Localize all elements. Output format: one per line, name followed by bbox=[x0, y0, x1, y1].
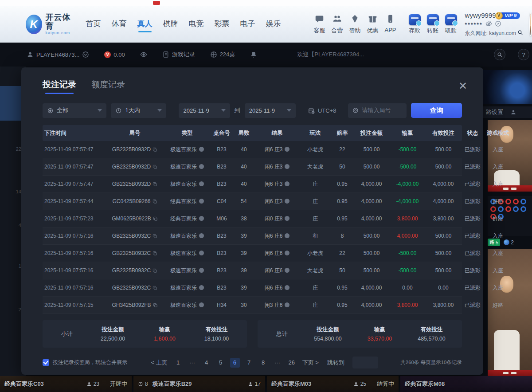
nav-item-5[interactable]: 彩票 bbox=[214, 16, 231, 33]
range-dropdown[interactable]: 1天内 bbox=[111, 103, 166, 118]
table-row[interactable]: 2025-11-09 07:57:16 GB2325B0932C 极速百家乐 B… bbox=[43, 227, 462, 245]
table-row[interactable]: 2025-11-09 07:57:16 GB2325B0932C 极速百家乐 B… bbox=[43, 262, 462, 279]
site-logo[interactable]: K 开云体育 kaiyun.com bbox=[26, 13, 74, 35]
page-list: 1···45678···26 bbox=[173, 358, 297, 368]
copy-icon[interactable] bbox=[153, 147, 157, 152]
copy-icon[interactable] bbox=[153, 199, 157, 204]
cell-round: GB2325B0932C bbox=[106, 250, 164, 256]
cell-type: 经典百家乐 bbox=[164, 198, 210, 205]
page-button-26[interactable]: 26 bbox=[287, 358, 297, 368]
copy-icon[interactable] bbox=[153, 268, 157, 273]
cell-games: 30 bbox=[233, 302, 254, 308]
table-row[interactable]: 2025-11-09 07:57:47 GB2325B0932D 极速百家乐 B… bbox=[43, 158, 462, 176]
person-icon bbox=[248, 381, 253, 387]
table-row[interactable]: 2025-11-09 07:57:47 GB2325B0932D 极速百家乐 B… bbox=[43, 141, 462, 158]
nav-item-1[interactable]: 体育 bbox=[111, 16, 128, 33]
date-from-dropdown[interactable]: 2025-11-9 bbox=[179, 103, 230, 118]
modal-tabs: 投注记录 额度记录 ✕ bbox=[21, 67, 483, 95]
next-page-button[interactable]: 下页 > bbox=[301, 358, 320, 368]
notifications[interactable] bbox=[250, 51, 257, 58]
quick-link-1[interactable]: 合营 bbox=[332, 14, 343, 35]
refresh-icon[interactable] bbox=[495, 20, 501, 29]
prev-page-button[interactable]: < 上页 bbox=[149, 358, 168, 368]
result-icon bbox=[285, 268, 289, 273]
nav-item-0[interactable]: 首页 bbox=[85, 16, 102, 33]
tab-quota-records[interactable]: 额度记录 bbox=[91, 79, 125, 95]
wallet-action-2[interactable]: 取款 bbox=[445, 14, 457, 35]
table-row[interactable]: 2025-11-09 07:57:16 GB2325B0932C 极速百家乐 B… bbox=[43, 279, 462, 297]
sidebar-active-item[interactable] bbox=[0, 86, 23, 121]
video-thumbnail[interactable] bbox=[483, 70, 532, 104]
page-button-···[interactable]: ··· bbox=[273, 358, 282, 368]
table-row[interactable]: 2025-11-09 07:57:23 GM0625B0922B 经典百家乐 M… bbox=[43, 210, 462, 227]
round-search-input[interactable]: 请输入局号 bbox=[348, 103, 407, 118]
page-button-5[interactable]: 5 bbox=[216, 358, 226, 368]
query-button[interactable]: 查询 bbox=[411, 103, 462, 118]
copy-icon[interactable] bbox=[153, 165, 157, 169]
copy-icon[interactable] bbox=[153, 286, 157, 290]
col-header: 下注时间 bbox=[43, 129, 106, 137]
jump-label: 跳转到 bbox=[327, 359, 344, 367]
copy-icon[interactable] bbox=[153, 303, 158, 308]
subtotal-winloss-label: 输赢 bbox=[159, 326, 170, 333]
nav-item-4[interactable]: 电竞 bbox=[188, 16, 205, 33]
close-icon[interactable]: ✕ bbox=[458, 81, 467, 91]
cell-mode: 入座 bbox=[484, 232, 512, 240]
quick-link-2[interactable]: 赞助 bbox=[349, 14, 361, 35]
date-to-dropdown[interactable]: 2025-11-9 bbox=[245, 103, 296, 118]
main-nav: 首页体育真人棋牌电竞彩票电子娱乐 bbox=[85, 16, 282, 33]
table-card[interactable]: 经典百家乐M03 25 结算中 bbox=[267, 376, 399, 392]
wallet-action-1[interactable]: 转账 bbox=[427, 14, 439, 35]
jump-input[interactable] bbox=[352, 357, 378, 368]
copy-icon[interactable] bbox=[153, 182, 157, 187]
people-icon bbox=[332, 14, 342, 25]
page-button-1[interactable]: 1 bbox=[173, 358, 183, 368]
tab-bet-records[interactable]: 投注记录 bbox=[43, 79, 76, 95]
nav-item-2[interactable]: 真人 bbox=[137, 16, 153, 33]
game-type-icon bbox=[199, 147, 204, 152]
modal-footer: 投注记录按照局，玩法合并展示 < 上页 1···45678···26 下页 > … bbox=[43, 357, 462, 368]
road-settings[interactable]: 路设置 bbox=[483, 106, 532, 118]
nav-item-3[interactable]: 棋牌 bbox=[162, 16, 179, 33]
total-valid: 485,570.00 bbox=[418, 336, 446, 342]
cell-type: 极速百家乐 bbox=[164, 180, 210, 188]
quick-link-4[interactable]: APP bbox=[385, 14, 396, 35]
cell-status: 已派彩 bbox=[461, 198, 484, 205]
table-row[interactable]: 2025-11-09 07:57:47 GB2325B0932D 极速百家乐 B… bbox=[43, 176, 462, 193]
merge-checkbox[interactable] bbox=[43, 359, 49, 366]
nav-item-6[interactable]: 电子 bbox=[239, 16, 256, 33]
avatar[interactable] bbox=[529, 12, 532, 36]
copy-icon[interactable] bbox=[153, 216, 158, 221]
tables-link[interactable]: 224桌 bbox=[210, 51, 235, 59]
table-card[interactable]: 经典百家乐M08 bbox=[400, 376, 532, 392]
table-row[interactable]: 2025-11-09 07:57:15 GH3425B092FB 极速百家乐 H… bbox=[43, 297, 462, 314]
table-card[interactable]: 8 极速百家乐B29 17 bbox=[133, 376, 265, 392]
eye-off-icon[interactable] bbox=[485, 20, 492, 29]
wallet-action-0[interactable]: 存款 bbox=[409, 14, 421, 35]
table-card[interactable]: 经典百家乐C03 23 开牌中 bbox=[0, 376, 132, 392]
page-button-···[interactable]: ··· bbox=[188, 358, 197, 368]
cell-time: 2025-11-09 07:57:16 bbox=[43, 250, 106, 256]
search-button[interactable] bbox=[494, 49, 505, 60]
help-button[interactable]: ? bbox=[518, 49, 529, 60]
table-row[interactable]: 2025-11-09 07:57:16 GB2325B0932C 极速百家乐 B… bbox=[43, 245, 462, 262]
coin-icon: V bbox=[104, 51, 111, 58]
category-dropdown[interactable]: 全部 bbox=[43, 103, 106, 118]
page-button-7[interactable]: 7 bbox=[244, 358, 254, 368]
magnifier-icon[interactable] bbox=[517, 30, 523, 37]
player-menu[interactable]: PLAYER46873... bbox=[27, 51, 89, 58]
page-button-4[interactable]: 4 bbox=[202, 358, 211, 368]
quick-link-0[interactable]: 客服 bbox=[314, 14, 325, 35]
cell-result: 闲6 庄3 bbox=[254, 163, 300, 171]
page-button-6[interactable]: 6 bbox=[230, 358, 240, 368]
table-row[interactable]: 2025-11-09 07:57:44 GC0425B09266 经典百家乐 C… bbox=[43, 193, 462, 210]
eye-toggle[interactable] bbox=[140, 51, 147, 58]
page-button-8[interactable]: 8 bbox=[258, 358, 268, 368]
copy-icon[interactable] bbox=[153, 251, 157, 256]
copy-icon[interactable] bbox=[153, 234, 157, 239]
game-record-link[interactable]: 游戏记录 bbox=[162, 51, 195, 59]
notification-badge bbox=[153, 1, 160, 5]
balance-display[interactable]: V 0.00 bbox=[104, 51, 125, 58]
nav-item-7[interactable]: 娱乐 bbox=[265, 16, 282, 33]
quick-link-3[interactable]: 优惠 bbox=[367, 14, 379, 35]
